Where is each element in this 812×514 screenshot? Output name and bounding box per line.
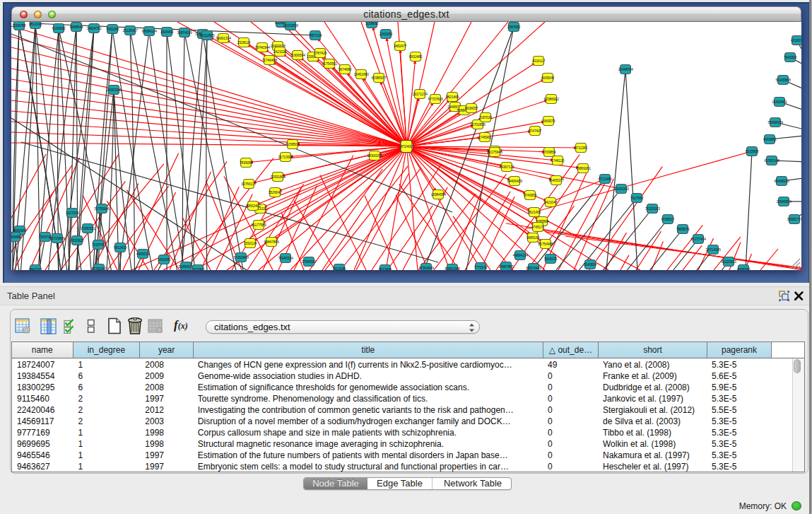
svg-text:1746120: 1746120	[551, 158, 565, 163]
svg-text:2421024: 2421024	[273, 49, 287, 54]
svg-text:2787429: 2787429	[314, 51, 327, 55]
svg-text:8721489: 8721489	[599, 177, 612, 181]
svg-text:53755646: 53755646	[94, 206, 110, 211]
svg-text:9912419: 9912419	[114, 245, 127, 250]
svg-text:1592124: 1592124	[244, 241, 257, 245]
svg-text:94406409: 94406409	[507, 179, 522, 183]
svg-text:01429401: 01429401	[772, 100, 787, 104]
svg-text:4060883: 4060883	[763, 137, 777, 141]
svg-text:99091334: 99091334	[216, 36, 231, 40]
svg-text:5009788: 5009788	[13, 23, 26, 28]
svg-text:3518233: 3518233	[544, 257, 558, 261]
svg-text:36995777: 36995777	[787, 217, 801, 221]
svg-text:8215958: 8215958	[746, 149, 759, 153]
svg-text:61595148: 61595148	[764, 158, 779, 163]
svg-text:77752047: 77752047	[91, 267, 107, 270]
svg-text:82175946: 82175946	[487, 150, 502, 154]
svg-text:79740344: 79740344	[254, 45, 270, 49]
svg-text:80112805: 80112805	[200, 33, 215, 37]
svg-text:76320163: 76320163	[645, 206, 660, 211]
svg-text:7889579: 7889579	[676, 227, 690, 231]
svg-text:81177589: 81177589	[252, 223, 266, 227]
svg-text:1969379: 1969379	[542, 119, 555, 123]
svg-text:34874016: 34874016	[177, 30, 192, 35]
svg-text:65648236: 65648236	[774, 179, 789, 183]
svg-text:4316117: 4316117	[532, 59, 545, 63]
svg-text:29946804: 29946804	[776, 199, 792, 204]
svg-text:3747407: 3747407	[529, 129, 542, 133]
svg-text:57262849: 57262849	[233, 255, 249, 259]
svg-text:62702895: 62702895	[470, 122, 486, 127]
svg-text:18724007: 18724007	[399, 144, 414, 148]
svg-text:81754965: 81754965	[538, 242, 553, 246]
svg-text:39502402: 39502402	[245, 204, 261, 208]
svg-text:7193745: 7193745	[92, 243, 105, 247]
svg-text:85574443: 85574443	[526, 266, 541, 270]
svg-text:3158692: 3158692	[365, 22, 379, 25]
svg-text:17080531: 17080531	[80, 226, 95, 230]
svg-text:34957885: 34957885	[498, 264, 514, 269]
svg-text:3482477: 3482477	[394, 44, 407, 48]
svg-text:19384554: 19384554	[430, 192, 446, 197]
svg-text:1671902: 1671902	[192, 267, 205, 270]
svg-text:25135427: 25135427	[122, 28, 138, 33]
svg-text:6193990: 6193990	[52, 26, 66, 30]
svg-text:96405377: 96405377	[548, 178, 564, 182]
svg-text:71746488: 71746488	[261, 58, 277, 62]
svg-text:37996507: 37996507	[301, 259, 317, 264]
svg-text:98084124: 98084124	[141, 29, 157, 33]
svg-text:62729806: 62729806	[49, 236, 65, 240]
svg-text:9743953: 9743953	[524, 193, 537, 197]
svg-text:00766177: 00766177	[241, 182, 257, 186]
svg-text:16448784: 16448784	[618, 67, 633, 71]
svg-text:5674680: 5674680	[339, 67, 352, 71]
svg-text:3529042: 3529042	[269, 190, 282, 194]
svg-text:1824493: 1824493	[160, 30, 174, 34]
svg-text:31713900: 31713900	[278, 155, 293, 159]
svg-text:7917693: 7917693	[630, 196, 644, 200]
svg-text:20053346: 20053346	[106, 88, 122, 92]
svg-text:9821465: 9821465	[446, 95, 459, 99]
svg-text:34714345: 34714345	[705, 247, 721, 252]
svg-text:9421047: 9421047	[544, 200, 558, 204]
svg-text:69847896: 69847896	[264, 240, 279, 244]
svg-text:18300295: 18300295	[367, 153, 382, 158]
svg-text:80831367: 80831367	[445, 267, 460, 270]
svg-text:7543303: 7543303	[784, 55, 797, 59]
svg-text:5240824: 5240824	[584, 262, 597, 267]
svg-text:4216073: 4216073	[791, 38, 801, 42]
svg-text:9521456: 9521456	[528, 210, 541, 214]
svg-text:7770143: 7770143	[474, 265, 488, 269]
svg-text:6658760: 6658760	[737, 267, 751, 270]
svg-text:2387682: 2387682	[507, 25, 521, 29]
svg-text:8708317: 8708317	[661, 217, 675, 221]
svg-text:4745171: 4745171	[531, 225, 545, 229]
svg-text:13171274: 13171274	[412, 92, 428, 96]
svg-text:3709859: 3709859	[543, 150, 556, 154]
svg-text:4005045: 4005045	[541, 76, 555, 80]
svg-text:8677496: 8677496	[379, 267, 392, 270]
svg-text:0842710: 0842710	[29, 267, 42, 270]
svg-text:32931839: 32931839	[270, 175, 286, 179]
svg-text:13433200: 13433200	[613, 187, 629, 191]
svg-text:74367136: 74367136	[499, 165, 514, 169]
svg-text:5158506: 5158506	[286, 142, 300, 146]
svg-text:4711382: 4711382	[575, 146, 587, 150]
svg-text:4966319: 4966319	[136, 252, 150, 256]
svg-text:27354549: 27354549	[418, 266, 434, 270]
svg-text:1745961: 1745961	[478, 135, 492, 139]
svg-text:60385977: 60385977	[371, 76, 387, 80]
svg-text:9636057: 9636057	[465, 106, 478, 110]
svg-text:87277434: 87277434	[690, 237, 706, 241]
svg-text:9413186: 9413186	[333, 267, 346, 270]
svg-text:7857224: 7857224	[309, 33, 322, 37]
svg-text:7839084: 7839084	[240, 160, 253, 165]
svg-text:0932480: 0932480	[409, 54, 423, 59]
svg-text:3685160: 3685160	[526, 235, 540, 240]
svg-text:1491905: 1491905	[158, 257, 171, 262]
svg-text:2260256: 2260256	[379, 32, 393, 36]
svg-text:16033809: 16033809	[283, 23, 298, 28]
svg-text:81223623: 81223623	[721, 259, 736, 264]
svg-text:6998543: 6998543	[70, 25, 83, 29]
svg-text:67737826: 67737826	[428, 97, 443, 101]
